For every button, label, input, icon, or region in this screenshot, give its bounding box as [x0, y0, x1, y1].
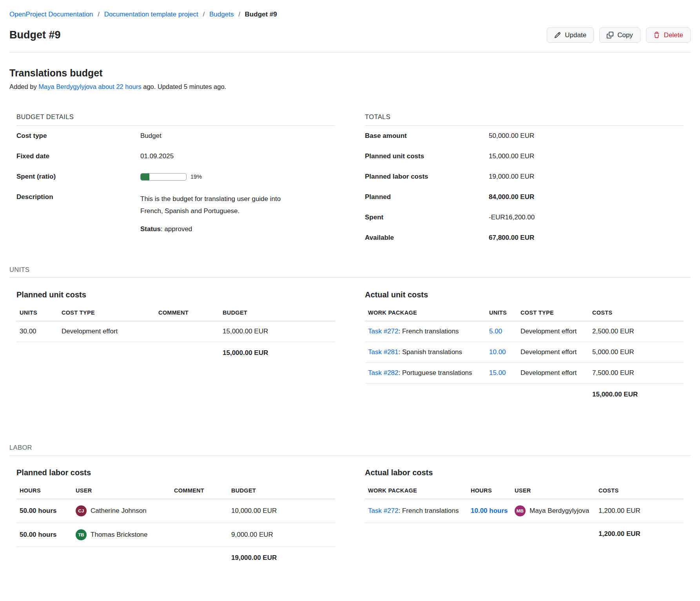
labor-section-caption: LABOR [9, 444, 691, 456]
budget-details-heading: BUDGET DETAILS [16, 113, 335, 126]
table-row: Task #281: Spanish translations 10.00 De… [365, 342, 684, 363]
total-label: Available [365, 234, 489, 242]
header-divider [9, 52, 691, 52]
total-value: 50,000.00 EUR [489, 132, 684, 140]
work-package-cell: Task #282: Portuguese translations [365, 363, 486, 383]
description-label: Description [16, 193, 140, 201]
totals-row-available: Available 67,800.00 EUR [365, 228, 684, 248]
actual-unit-costs-table: WORK PACKAGE UNITS COST TYPE COSTS Task … [365, 310, 684, 405]
table-total-value: 1,200.00 EUR [595, 523, 684, 545]
column-header-costs: COSTS [595, 487, 684, 499]
cost-type-cell: Development effort [58, 321, 155, 342]
user-cell: MB Maya Berdygylyjova [511, 499, 595, 523]
task-title: : French translations [399, 328, 459, 335]
task-link[interactable]: Task #272 [368, 507, 399, 514]
column-header-user: USER [511, 487, 595, 499]
comment-cell [171, 505, 228, 517]
units-cell: 15.00 [486, 363, 517, 383]
column-header-cost-type: COST TYPE [517, 310, 589, 321]
update-button-label: Update [565, 32, 586, 38]
column-header-hours: HOURS [16, 487, 73, 499]
author-link[interactable]: Maya Berdygylyjova about 22 hours [38, 83, 141, 90]
total-label: Spent [365, 214, 489, 221]
user-cell: CJ Catherine Johnson [73, 499, 171, 523]
task-link[interactable]: Task #281 [368, 348, 399, 356]
table-row: 50.00 hours TB Thomas Brickstone 9,000.0… [16, 523, 335, 547]
breadcrumb-current: Budget #9 [245, 11, 277, 18]
budget-name: Translations budget [9, 67, 691, 79]
units-section-caption: UNITS [9, 266, 691, 278]
planned-unit-costs-section: Planned unit costs UNITS COST TYPE COMME… [9, 290, 342, 405]
costs-cell: 1,200.00 EUR [595, 501, 684, 521]
attr-row-description: Description This is the budget for trans… [16, 187, 335, 242]
hours-link[interactable]: 10.00 hours [471, 507, 508, 514]
table-header-row: WORK PACKAGE UNITS COST TYPE COSTS [365, 310, 684, 321]
hours-cell: 50.00 hours [16, 525, 73, 545]
total-label: Planned labor costs [365, 173, 489, 181]
actual-unit-costs-section: Actual unit costs WORK PACKAGE UNITS COS… [358, 290, 691, 405]
units-link[interactable]: 5.00 [489, 328, 502, 335]
table-row: Task #282: Portuguese translations 15.00… [365, 363, 684, 384]
table-total-value: 15,000.00 EUR [219, 342, 335, 364]
breadcrumb-link-documentation-template-project[interactable]: Documentation template project [104, 11, 198, 18]
planned-labor-costs-title: Planned labor costs [16, 468, 335, 477]
breadcrumb-link-openproject-documentation[interactable]: OpenProject Documentation [9, 11, 93, 18]
attr-row-fixed-date: Fixed date 01.09.2025 [16, 146, 335, 167]
breadcrumb-separator: / [203, 11, 205, 18]
budget-cell: 15,000.00 EUR [219, 321, 335, 342]
update-button[interactable]: Update [547, 27, 594, 43]
table-header-row: HOURS USER COMMENT BUDGET [16, 487, 335, 499]
totals-row-spent: Spent -EUR16,200.00 [365, 207, 684, 228]
table-total-row: 15,000.00 EUR [16, 342, 335, 364]
trash-icon [653, 32, 660, 38]
status-line: Status: approved [140, 223, 335, 235]
task-link[interactable]: Task #282 [368, 369, 399, 377]
spent-ratio-value: 19% [140, 173, 335, 181]
total-value: -EUR16,200.00 [489, 214, 684, 221]
breadcrumb-separator: / [238, 11, 240, 18]
added-by-prefix: Added by [9, 83, 37, 90]
column-header-user: USER [73, 487, 171, 499]
budget-page: OpenProject Documentation / Documentatio… [0, 0, 700, 601]
fixed-date-label: Fixed date [16, 152, 140, 160]
totals-row-planned-unit-costs: Planned unit costs 15,000.00 EUR [365, 146, 684, 167]
totals-heading: TOTALS [365, 113, 684, 126]
column-header-costs: COSTS [589, 310, 684, 321]
spent-ratio-label: Spent (ratio) [16, 173, 140, 181]
work-package-cell: Task #281: Spanish translations [365, 342, 486, 362]
copy-button[interactable]: Copy [599, 27, 640, 43]
progress-percent-text: 19% [190, 174, 202, 180]
planned-unit-costs-table: UNITS COST TYPE COMMENT BUDGET 30.00 Dev… [16, 310, 335, 364]
details-totals-grid: BUDGET DETAILS Cost type Budget Fixed da… [9, 113, 691, 248]
labor-grid: Planned labor costs HOURS USER COMMENT B… [9, 468, 691, 569]
totals-section: TOTALS Base amount 50,000.00 EUR Planned… [358, 113, 691, 248]
units-grid: Planned unit costs UNITS COST TYPE COMME… [9, 290, 691, 405]
total-label: Planned [365, 193, 489, 201]
planned-labor-costs-section: Planned labor costs HOURS USER COMMENT B… [9, 468, 342, 569]
total-value: 84,000.00 EUR [489, 193, 684, 201]
column-header-work-package: WORK PACKAGE [365, 310, 486, 321]
units-link[interactable]: 15.00 [489, 369, 506, 377]
page-header: Budget #9 Update Copy Delete [9, 27, 691, 43]
units-link[interactable]: 10.00 [489, 348, 506, 356]
total-label: Planned unit costs [365, 152, 489, 160]
copy-button-label: Copy [617, 32, 633, 38]
delete-button[interactable]: Delete [646, 27, 691, 43]
page-title: Budget #9 [9, 29, 61, 41]
description-value: This is the budget for translating user … [140, 193, 335, 235]
table-total-row: 15,000.00 EUR [365, 384, 684, 405]
copy-icon [607, 32, 613, 38]
progress-bar [140, 173, 187, 181]
fixed-date-value: 01.09.2025 [140, 152, 335, 160]
cost-type-cell: Development effort [517, 321, 589, 342]
units-cell: 10.00 [486, 342, 517, 362]
user-name: Maya Berdygylyjova [530, 507, 589, 515]
breadcrumb-link-budgets[interactable]: Budgets [209, 11, 234, 18]
description-text: This is the budget for translating user … [140, 193, 298, 217]
status-value: : approved [161, 225, 192, 233]
avatar: TB [76, 529, 87, 540]
added-by-suffix: ago. Updated 5 minutes ago. [143, 83, 226, 90]
table-row: Task #272: French translations 10.00 hou… [365, 499, 684, 523]
task-link[interactable]: Task #272 [368, 328, 399, 335]
task-title: : French translations [399, 507, 459, 514]
